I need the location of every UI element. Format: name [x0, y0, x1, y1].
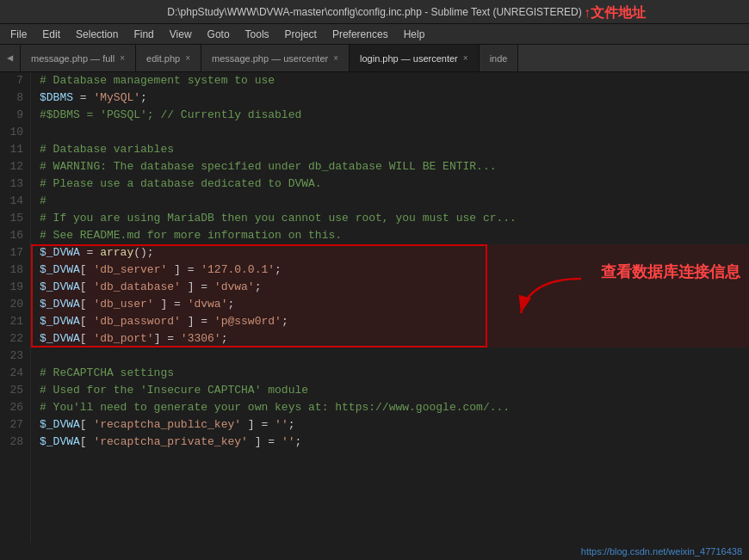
db-annotation: 查看数据库连接信息: [601, 262, 740, 282]
menu-item-find[interactable]: Find: [127, 27, 160, 42]
status-url[interactable]: https://blog.csdn.net/weixin_47716438: [581, 546, 742, 557]
code-line-22: $_DVWA[ 'db_port'] = '3306';: [40, 330, 749, 348]
menu-item-preferences[interactable]: Preferences: [325, 27, 395, 42]
line-number-16: 16: [0, 227, 30, 244]
code-line-16: # See README.md for more information on …: [40, 227, 749, 244]
line-numbers: 7891011121314151617181920212223242526272…: [0, 72, 31, 560]
code-line-12: # WARNING: The database specified under …: [40, 158, 749, 175]
code-line-9: #$DBMS = 'PGSQL'; // Currently disabled: [40, 107, 749, 124]
tab-close-1[interactable]: ×: [185, 53, 190, 63]
file-address-annotation: ↑文件地址: [584, 4, 646, 22]
menu-item-tools[interactable]: Tools: [238, 27, 276, 42]
editor: 7891011121314151617181920212223242526272…: [0, 72, 749, 560]
line-number-27: 27: [0, 416, 30, 434]
code-line-24: # ReCAPTCHA settings: [40, 365, 749, 382]
line-number-18: 18: [0, 262, 30, 279]
line-number-11: 11: [0, 141, 30, 158]
status-bar: https://blog.csdn.net/weixin_47716438: [0, 543, 749, 560]
code-line-25: # Used for the 'Insecure CAPTCHA' module: [40, 382, 749, 399]
line-number-19: 19: [0, 279, 30, 296]
line-number-23: 23: [0, 348, 30, 365]
code-line-21: $_DVWA[ 'db_password' ] = 'p@ssw0rd';: [40, 313, 749, 330]
tab-label-3: login.php — usercenter: [360, 53, 458, 64]
line-number-9: 9: [0, 107, 30, 124]
code-line-7: # Database management system to use: [40, 72, 749, 89]
code-line-26: # You'll need to generate your own keys …: [40, 399, 749, 416]
tab-close-3[interactable]: ×: [463, 53, 468, 63]
code-line-27: $_DVWA[ 'recaptcha_public_key' ] = '';: [40, 416, 749, 434]
line-number-12: 12: [0, 158, 30, 175]
line-number-10: 10: [0, 124, 30, 141]
code-line-14: #: [40, 193, 749, 210]
line-number-7: 7: [0, 72, 30, 89]
menu-item-view[interactable]: View: [163, 27, 199, 42]
line-number-20: 20: [0, 296, 30, 313]
tab-1[interactable]: edit.php×: [136, 45, 201, 71]
db-arrow: [504, 270, 590, 326]
menu-item-selection[interactable]: Selection: [69, 27, 125, 42]
code-line-23: [40, 348, 749, 365]
code-line-28: $_DVWA[ 'recaptcha_private_key' ] = '';: [40, 434, 749, 451]
line-number-17: 17: [0, 244, 30, 262]
code-line-10: [40, 124, 749, 141]
line-number-8: 8: [0, 89, 30, 107]
line-number-24: 24: [0, 365, 30, 382]
code-line-13: # Please use a database dedicated to DVW…: [40, 175, 749, 193]
menu-item-edit[interactable]: Edit: [35, 27, 67, 42]
menu-item-file[interactable]: File: [3, 27, 34, 42]
code-area: # Database management system to use $DBM…: [31, 72, 749, 560]
tab-bar: ◀ message.php — full×edit.php×message.ph…: [0, 45, 749, 72]
tab-2[interactable]: message.php — usercenter×: [201, 45, 350, 71]
code-line-15: # If you are using MariaDB then you cann…: [40, 210, 749, 227]
code-line-20: $_DVWA[ 'db_user' ] = 'dvwa';: [40, 296, 749, 313]
line-number-25: 25: [0, 382, 30, 399]
tab-close-2[interactable]: ×: [333, 53, 338, 63]
tab-0[interactable]: message.php — full×: [21, 45, 136, 71]
tab-label-2: message.php — usercenter: [212, 53, 328, 64]
title-bar: D:\phpStudy\WWW\DVWA-master\config\confi…: [0, 0, 749, 24]
tab-label-4: inde: [490, 53, 508, 64]
menu-item-goto[interactable]: Goto: [201, 27, 237, 42]
line-number-21: 21: [0, 313, 30, 330]
tab-label-0: message.php — full: [31, 53, 115, 64]
line-number-28: 28: [0, 434, 30, 451]
menu-bar: FileEditSelectionFindViewGotoToolsProjec…: [0, 24, 749, 45]
code-line-17: $_DVWA = array();: [40, 244, 749, 262]
code-line-8: $DBMS = 'MySQL';: [40, 89, 749, 107]
line-number-15: 15: [0, 210, 30, 227]
tab-scroll-left[interactable]: ◀: [0, 45, 21, 71]
tab-4[interactable]: inde: [480, 45, 519, 71]
tab-label-1: edit.php: [146, 53, 180, 64]
menu-item-project[interactable]: Project: [278, 27, 324, 42]
tab-3[interactable]: login.php — usercenter×: [350, 45, 480, 71]
line-number-14: 14: [0, 193, 30, 210]
line-number-26: 26: [0, 399, 30, 416]
line-number-13: 13: [0, 175, 30, 193]
line-number-22: 22: [0, 330, 30, 348]
tab-close-0[interactable]: ×: [120, 53, 125, 63]
code-line-11: # Database variables: [40, 141, 749, 158]
menu-item-help[interactable]: Help: [397, 27, 432, 42]
